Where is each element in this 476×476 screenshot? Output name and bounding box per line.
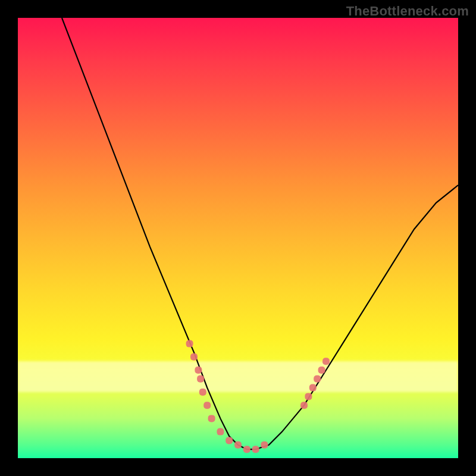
chart-frame: TheBottleneck.com	[0, 0, 476, 476]
data-marker	[226, 437, 233, 444]
data-marker	[318, 367, 325, 374]
watermark-text: TheBottleneck.com	[346, 4, 469, 19]
data-marker	[300, 402, 308, 409]
data-marker	[309, 384, 317, 392]
data-marker	[195, 367, 202, 374]
data-marker	[203, 402, 211, 409]
bottleneck-curve	[62, 18, 458, 449]
data-marker	[322, 358, 330, 365]
data-marker	[243, 446, 250, 453]
data-marker	[217, 428, 224, 436]
data-marker	[252, 446, 259, 453]
data-marker	[190, 353, 198, 361]
data-marker	[197, 375, 204, 383]
data-marker	[314, 375, 321, 383]
plot-area	[18, 18, 458, 458]
data-marker	[305, 393, 312, 400]
data-marker	[234, 441, 242, 449]
data-marker	[186, 340, 193, 347]
marker-cluster-right	[300, 358, 330, 409]
data-marker	[208, 415, 215, 422]
data-marker	[199, 389, 206, 396]
curve-layer	[18, 18, 458, 458]
marker-cluster-left	[186, 340, 268, 453]
data-marker	[261, 441, 268, 449]
